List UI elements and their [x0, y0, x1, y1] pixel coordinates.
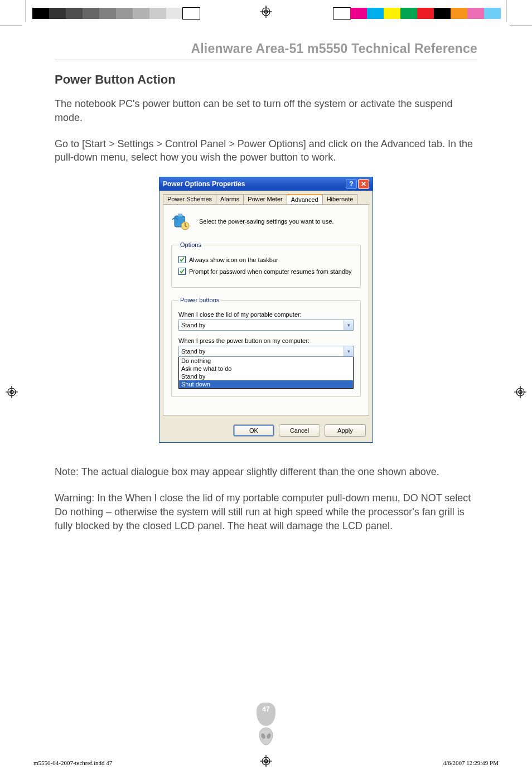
color-swatch	[484, 8, 501, 19]
warning-paragraph: Warning: In the When I close the lid of …	[55, 491, 477, 533]
color-swatch	[367, 8, 384, 19]
svg-rect-9	[178, 214, 182, 216]
page-number-badge: 47	[252, 703, 280, 746]
dropdown-option[interactable]: Ask me what to do	[179, 365, 353, 372]
imprint-footer: m5550-04-2007-techref.indd 47 4/6/2007 1…	[33, 759, 499, 766]
document-header: Alienware Area-51 m5550 Technical Refere…	[55, 41, 477, 60]
registration-mark-icon	[6, 386, 18, 398]
color-swatch	[99, 8, 116, 19]
color-swatch	[49, 8, 66, 19]
lid-close-value: Stand by	[181, 322, 205, 328]
power-options-dialog: Power Options Properties ? ✕ Power Schem…	[159, 177, 373, 443]
dialog-titlebar: Power Options Properties ? ✕	[159, 177, 373, 191]
dropdown-option[interactable]: Stand by	[179, 372, 353, 380]
password-prompt-checkbox[interactable]	[178, 268, 186, 275]
color-swatch	[417, 8, 434, 19]
power-button-label: When I press the power button on my comp…	[178, 337, 354, 344]
crop-mark	[26, 0, 26, 22]
cancel-button[interactable]: Cancel	[279, 424, 320, 437]
titlebar-help-button[interactable]: ?	[346, 179, 357, 189]
imprint-filename: m5550-04-2007-techref.indd 47	[33, 759, 112, 766]
options-group: Options Always show icon on the taskbar …	[171, 241, 361, 288]
color-swatch	[434, 8, 451, 19]
color-swatch	[451, 8, 467, 19]
registration-mark-icon	[260, 6, 272, 18]
body-paragraph: The notebook PC's power button can be se…	[55, 97, 477, 125]
power-button-value: Stand by	[181, 348, 205, 355]
tab-advanced[interactable]: Advanced	[287, 194, 323, 204]
color-swatch	[116, 8, 133, 19]
crop-mark	[506, 0, 506, 22]
color-swatch	[66, 8, 83, 19]
checkbox-label: Always show icon on the taskbar	[189, 257, 278, 263]
registration-mark-icon	[514, 386, 526, 398]
dropdown-option[interactable]: Shut down	[179, 380, 353, 388]
crop-mark	[0, 26, 22, 26]
body-paragraph: Go to [Start > Settings > Control Panel …	[55, 137, 477, 165]
color-swatch	[384, 8, 400, 19]
color-swatch	[350, 8, 367, 19]
color-swatch	[467, 8, 484, 19]
dialog-tabs: Power SchemesAlarmsPower MeterAdvancedHi…	[163, 194, 369, 204]
apply-button[interactable]: Apply	[325, 424, 366, 437]
taskbar-icon-checkbox[interactable]	[178, 256, 186, 263]
power-button-dropdown-list[interactable]: Do nothingAsk me what to doStand byShut …	[178, 357, 354, 389]
note-paragraph: Note: The actual dialogue box may appear…	[55, 465, 477, 479]
color-swatch	[83, 8, 99, 19]
section-title: Power Button Action	[55, 72, 477, 87]
titlebar-close-button[interactable]: ✕	[358, 179, 369, 189]
tab-power-meter[interactable]: Power Meter	[243, 194, 287, 204]
dropdown-option[interactable]: Do nothing	[179, 357, 353, 365]
alienware-logo-icon	[258, 727, 274, 746]
ok-button[interactable]: OK	[233, 424, 274, 437]
power-button-select[interactable]: Stand by ▾	[178, 346, 354, 357]
power-buttons-group: Power buttons When I close the lid of my…	[171, 297, 361, 397]
color-swatch	[400, 8, 417, 19]
dialog-intro: Select the power-saving settings you wan…	[199, 218, 334, 225]
tab-power-schemes[interactable]: Power Schemes	[163, 194, 216, 204]
color-swatch	[133, 8, 149, 19]
color-swatch	[333, 8, 350, 19]
power-buttons-legend: Power buttons	[178, 297, 221, 303]
page-number: 47	[262, 705, 269, 713]
color-swatch	[32, 8, 49, 19]
checkbox-label: Prompt for password when computer resume…	[189, 268, 352, 275]
tab-hibernate[interactable]: Hibernate	[322, 194, 358, 204]
chevron-down-icon: ▾	[344, 320, 353, 330]
chevron-down-icon: ▾	[344, 346, 353, 356]
imprint-timestamp: 4/6/2007 12:29:49 PM	[443, 759, 499, 766]
lid-close-label: When I close the lid of my portable comp…	[178, 311, 354, 318]
battery-icon	[171, 211, 191, 231]
crop-mark	[510, 26, 532, 26]
tab-alarms[interactable]: Alarms	[216, 194, 244, 204]
color-swatch	[166, 8, 183, 19]
dialog-title: Power Options Properties	[163, 180, 245, 188]
lid-close-select[interactable]: Stand by ▾	[178, 320, 354, 331]
options-legend: Options	[178, 241, 203, 248]
color-swatch	[149, 8, 166, 19]
color-swatch	[183, 8, 200, 19]
